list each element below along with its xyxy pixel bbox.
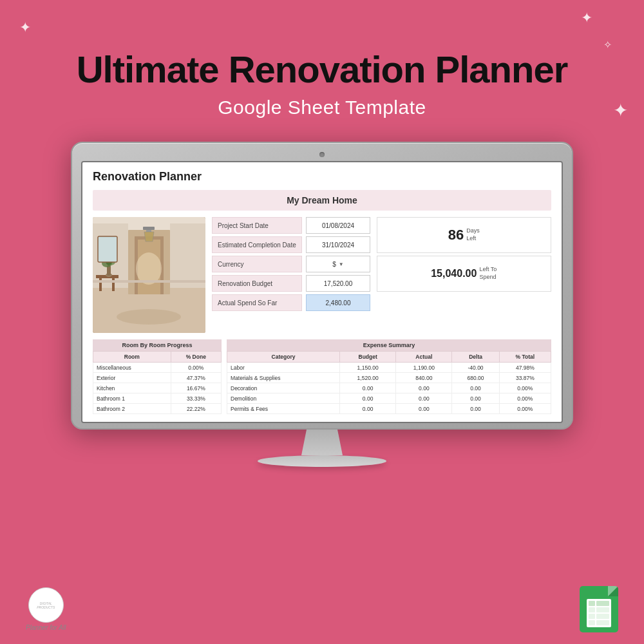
expense-pct: 0.00%	[499, 383, 551, 393]
monitor-screen: Renovation Planner My Dream Home	[81, 161, 563, 423]
expense-summary-table: Expense Summary CategoryBudgetActualDelt…	[227, 339, 551, 414]
completion-row: Estimated Completion Date 31/10/2024	[212, 236, 373, 253]
monitor-bezel: Renovation Planner My Dream Home	[71, 142, 573, 430]
expense-row: Materials & Supplies 1,520.00 840.00 680…	[227, 373, 551, 383]
planner-name: Planner for All	[26, 624, 66, 631]
monitor-wrapper: Renovation Planner My Dream Home	[71, 142, 573, 467]
expense-col-header: Delta	[452, 352, 499, 363]
expense-col-header: Actual	[396, 352, 452, 363]
budget-value[interactable]: 17,520.00	[306, 275, 370, 292]
days-left-box: 86 DaysLeft	[377, 217, 552, 253]
monitor-stand-base	[258, 455, 386, 467]
col-done: % Done	[171, 352, 221, 363]
room-name: Exterior	[93, 373, 171, 383]
actual-spend-row: Actual Spend So Far 2,480.00	[212, 294, 551, 311]
monitor-stand-neck	[296, 430, 348, 455]
room-progress-row: Kitchen16.67%	[93, 383, 222, 393]
google-sheets-icon	[580, 586, 618, 632]
room-progress-data-table: Room % Done Miscellaneous0.00%Exterior47…	[93, 351, 222, 414]
expense-budget: 1,150.00	[340, 363, 396, 373]
svg-rect-8	[143, 227, 155, 230]
planner-logo: DIGITAL PRODUCTS Planner for All	[26, 587, 66, 631]
spend-number: 15,040.00	[431, 268, 477, 279]
room-done: 0.00%	[171, 363, 221, 373]
expense-actual: 840.00	[396, 373, 452, 383]
room-name: Miscellaneous	[93, 363, 171, 373]
expense-budget: 0.00	[340, 383, 396, 393]
room-progress-row: Bathroom 133.33%	[93, 393, 222, 404]
project-start-value[interactable]: 01/08/2024	[306, 217, 370, 234]
screen-content: Renovation Planner My Dream Home	[82, 162, 562, 422]
room-name: Bathroom 2	[93, 404, 171, 414]
expense-category: Materials & Supplies	[227, 373, 340, 383]
expense-category: Demolition	[227, 393, 340, 404]
svg-marker-10	[144, 232, 154, 242]
expense-category: Decoration	[227, 383, 340, 393]
expense-delta: -40.00	[452, 363, 499, 373]
main-content-area: Project Start Date 01/08/2024 Estimated …	[93, 217, 551, 333]
col-room: Room	[93, 352, 171, 363]
svg-rect-7	[170, 223, 205, 288]
room-progress-table: Room By Room Progress Room % Done Miscel…	[93, 339, 222, 414]
currency-dropdown-arrow: ▼	[339, 261, 344, 267]
expense-delta: 680.00	[452, 373, 499, 383]
expense-delta: 0.00	[452, 383, 499, 393]
expense-actual: 0.00	[396, 393, 452, 404]
tables-area: Room By Room Progress Room % Done Miscel…	[93, 339, 551, 414]
expense-pct: 33.87%	[499, 373, 551, 383]
currency-row: Currency $ ▼	[212, 256, 373, 272]
form-area: Project Start Date 01/08/2024 Estimated …	[212, 217, 551, 333]
room-done: 47.37%	[171, 373, 221, 383]
budget-label: Renovation Budget	[212, 275, 302, 292]
project-start-label: Project Start Date	[212, 217, 302, 234]
expense-summary-data-table: CategoryBudgetActualDelta% Total Labor 1…	[227, 351, 551, 414]
expense-category: Labor	[227, 363, 340, 373]
expense-delta: 0.00	[452, 404, 499, 414]
days-number: 86	[448, 227, 464, 243]
expense-row: Demolition 0.00 0.00 0.00 0.00%	[227, 393, 551, 404]
completion-label: Estimated Completion Date	[212, 236, 302, 253]
expense-budget: 0.00	[340, 404, 396, 414]
bottom-logos-area: DIGITAL PRODUCTS Planner for All	[0, 586, 644, 632]
svg-point-22	[117, 309, 181, 325]
days-label: DaysLeft	[466, 227, 480, 242]
house-image	[93, 217, 205, 333]
room-progress-row: Bathroom 222.22%	[93, 404, 222, 414]
currency-value[interactable]: $ ▼	[306, 256, 370, 272]
page-title: Ultimate Renovation Planner	[77, 49, 568, 90]
budget-row: Renovation Budget 17,520.00	[212, 275, 373, 292]
expense-row: Decoration 0.00 0.00 0.00 0.00%	[227, 383, 551, 393]
monitor-camera	[319, 152, 325, 157]
room-done: 16.67%	[171, 383, 221, 393]
expense-actual: 0.00	[396, 383, 452, 393]
svg-point-5	[136, 252, 162, 285]
project-name-bar: My Dream Home	[93, 190, 551, 211]
room-progress-row: Miscellaneous0.00%	[93, 363, 222, 373]
room-progress-header: Room By Room Progress	[93, 339, 222, 351]
left-to-spend-box: 15,040.00 Left ToSpend	[377, 256, 552, 292]
completion-value[interactable]: 31/10/2024	[306, 236, 370, 253]
expense-actual: 0.00	[396, 404, 452, 414]
app-title: Renovation Planner	[93, 170, 551, 184]
expense-col-header: Budget	[340, 352, 396, 363]
page-subtitle: Google Sheet Template	[218, 97, 426, 118]
spend-label: Left ToSpend	[479, 266, 497, 281]
actual-spend-label: Actual Spend So Far	[212, 294, 302, 311]
expense-col-header: % Total	[499, 352, 551, 363]
expense-budget: 0.00	[340, 393, 396, 404]
currency-label: Currency	[212, 256, 302, 272]
expense-budget: 1,520.00	[340, 373, 396, 383]
expense-col-header: Category	[227, 352, 340, 363]
expense-category: Permits & Fees	[227, 404, 340, 414]
svg-rect-21	[99, 238, 116, 261]
room-progress-row: Exterior47.37%	[93, 373, 222, 383]
actual-spend-value[interactable]: 2,480.00	[306, 294, 370, 311]
planner-logo-circle: DIGITAL PRODUCTS	[28, 587, 64, 623]
project-start-row: Project Start Date 01/08/2024	[212, 217, 373, 234]
expense-pct: 0.00%	[499, 404, 551, 414]
expense-pct: 0.00%	[499, 393, 551, 404]
expense-actual: 1,190.00	[396, 363, 452, 373]
expense-summary-header: Expense Summary	[227, 339, 551, 351]
room-done: 22.22%	[171, 404, 221, 414]
expense-delta: 0.00	[452, 393, 499, 404]
